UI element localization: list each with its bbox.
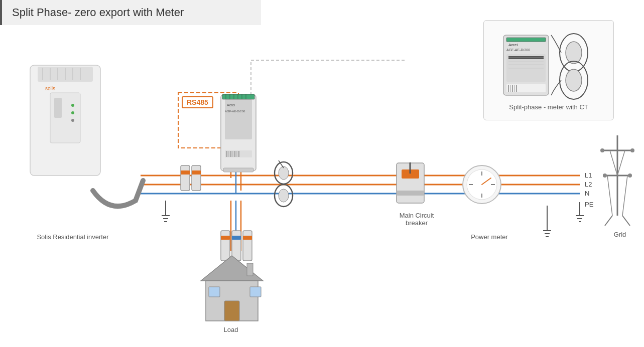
svg-text:Acrel: Acrel <box>227 103 235 107</box>
svg-point-93 <box>600 148 604 152</box>
svg-text:L2: L2 <box>585 181 592 188</box>
svg-text:PE: PE <box>585 201 594 208</box>
svg-marker-101 <box>201 256 263 281</box>
svg-point-34 <box>71 111 74 114</box>
svg-rect-63 <box>181 170 190 175</box>
svg-point-60 <box>279 189 289 202</box>
meter-callout-label: Split-phase - meter with CT <box>509 103 588 111</box>
svg-rect-108 <box>506 38 546 42</box>
svg-line-87 <box>610 150 617 176</box>
svg-point-95 <box>603 173 607 178</box>
svg-rect-70 <box>243 236 252 240</box>
svg-line-90 <box>622 176 627 216</box>
svg-point-33 <box>71 104 74 107</box>
svg-text:N: N <box>585 190 589 197</box>
svg-rect-69 <box>232 236 241 240</box>
svg-point-35 <box>71 119 74 122</box>
svg-rect-67 <box>243 231 252 261</box>
svg-point-94 <box>630 148 634 152</box>
svg-rect-105 <box>250 287 261 297</box>
grid-label: Grid <box>602 231 637 238</box>
main-breaker-label: Main Circuit breaker <box>389 212 444 227</box>
svg-rect-68 <box>221 236 230 240</box>
svg-rect-40 <box>222 94 254 99</box>
svg-point-124 <box>566 42 582 64</box>
svg-rect-62 <box>192 165 201 191</box>
svg-rect-65 <box>221 231 230 261</box>
svg-rect-104 <box>209 287 220 297</box>
svg-point-96 <box>628 173 632 178</box>
svg-rect-66 <box>232 231 241 261</box>
svg-line-88 <box>617 150 625 176</box>
svg-text:L1: L1 <box>585 171 592 179</box>
svg-rect-61 <box>181 165 190 191</box>
power-meter-label: Power meter <box>464 233 514 241</box>
svg-rect-31 <box>54 98 62 118</box>
meter-callout-box: Acrel AGF-AE-D/200 <box>483 20 614 120</box>
svg-rect-75 <box>397 191 424 196</box>
svg-text:solis: solis <box>45 86 55 91</box>
meter-callout-image: Acrel AGF-AE-D/200 <box>498 30 599 100</box>
svg-point-126 <box>566 69 582 91</box>
svg-text:Acrel: Acrel <box>508 43 518 47</box>
inverter-label: Solis Residential inverter <box>28 233 118 241</box>
svg-rect-103 <box>224 301 239 321</box>
svg-line-91 <box>605 216 612 226</box>
svg-text:AGF-AE-D/200: AGF-AE-D/200 <box>506 48 530 52</box>
page-container: Split Phase- zero export with Meter <box>0 0 644 347</box>
svg-rect-55 <box>223 168 253 172</box>
svg-rect-106 <box>247 263 253 276</box>
svg-text:AGF-AE-D/200: AGF-AE-D/200 <box>225 110 245 113</box>
rs485-label: RS485 <box>182 96 213 108</box>
load-label: Load <box>208 326 253 333</box>
svg-line-89 <box>607 176 612 216</box>
svg-rect-64 <box>192 170 201 175</box>
svg-line-92 <box>622 216 630 226</box>
svg-point-57 <box>279 166 289 180</box>
